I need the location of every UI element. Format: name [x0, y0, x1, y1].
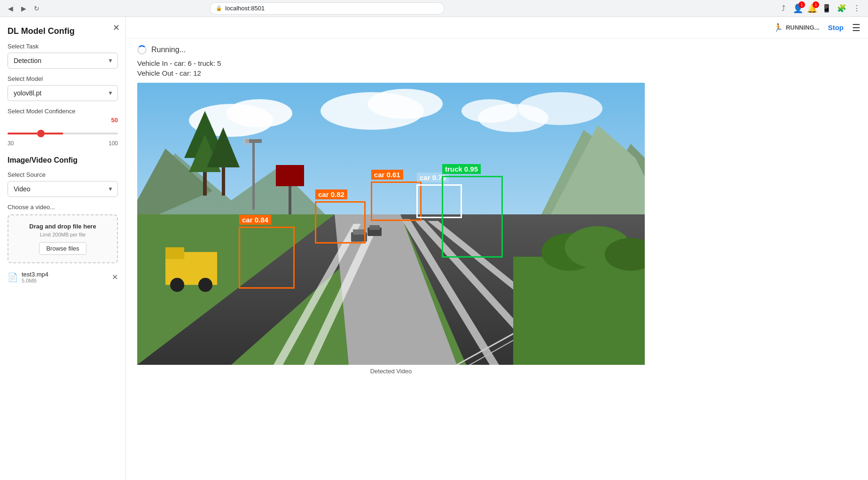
app-header-bar: 🏃 RUNNING... Stop ☰	[126, 17, 868, 39]
file-name: test3.mp4	[22, 271, 108, 278]
svg-point-40	[170, 278, 184, 292]
svg-rect-21	[252, 139, 255, 210]
running-label: RUNNING...	[786, 24, 820, 31]
confidence-slider-container	[8, 128, 118, 136]
select-task-label: Select Task	[8, 43, 118, 50]
confidence-section: Select Model Confidence 50 30 100	[8, 108, 118, 147]
hamburger-menu-button[interactable]: ☰	[852, 22, 860, 33]
choose-video-label: Choose a video...	[8, 204, 118, 211]
upload-drag-label: Drag and drop file here	[16, 223, 109, 230]
image-video-section: Image/Video Config Select Source Video I…	[8, 156, 118, 285]
file-upload-area[interactable]: Drag and drop file here Limit 200MB per …	[8, 214, 118, 263]
model-select-wrapper: yolov8l.pt yolov8s.pt yolov8n.pt yolov8x…	[8, 85, 118, 101]
source-select[interactable]: Video Image Webcam YouTube	[8, 181, 118, 197]
extensions-button[interactable]: 🧩	[836, 3, 847, 14]
notification-badge[interactable]: 🔔1	[807, 3, 817, 14]
lock-icon: 🔒	[216, 5, 222, 11]
running-icon: 🏃	[774, 23, 783, 32]
slider-max: 100	[109, 140, 118, 147]
vehicle-out-stat: Vehicle Out - car: 12	[137, 69, 857, 77]
svg-rect-43	[369, 225, 380, 230]
select-source-label: Select Source	[8, 171, 118, 178]
slider-min: 30	[8, 140, 14, 147]
svg-rect-39	[165, 247, 184, 259]
profile-badge[interactable]: 👤1	[793, 3, 803, 14]
detection-box-truck1: truck 0.95	[442, 176, 503, 258]
svg-point-41	[198, 278, 212, 292]
browser-chrome: ◀ ▶ ↻ 🔒 localhost:8501 ⤴ 👤1 🔔1 📱 🧩 ⋮	[0, 0, 868, 17]
sidebar: ✕ DL Model Config Select Task Detection …	[0, 17, 126, 480]
vehicle-in-stat: Vehicle In - car: 6 - truck: 5	[137, 59, 857, 67]
detection-box-car2: car 0.82	[315, 201, 366, 244]
upload-limit-label: Limit 200MB per file	[16, 232, 109, 237]
confidence-header: Select Model Confidence	[8, 108, 118, 115]
image-video-title: Image/Video Config	[8, 156, 118, 165]
running-text: Running...	[151, 46, 186, 54]
detection-box-car3: car 0.61	[371, 181, 422, 221]
browser-actions: ⤴ 👤1 🔔1 📱 🧩 ⋮	[778, 3, 862, 14]
svg-rect-23	[243, 138, 249, 145]
detection-label-truck1: truck 0.95	[442, 164, 481, 174]
file-remove-button[interactable]: ✕	[112, 273, 118, 282]
detection-label-car3: car 0.61	[371, 170, 403, 180]
detection-label-car2: car 0.82	[315, 189, 347, 199]
loading-spinner	[137, 45, 147, 55]
url-text: localhost:8501	[225, 5, 265, 12]
video-container: car 0.84 car 0.82 car 0.61 car 0.75 truc…	[137, 83, 645, 375]
reload-button[interactable]: ↻	[32, 4, 41, 13]
svg-point-7	[518, 92, 602, 125]
svg-rect-20	[289, 186, 291, 214]
video-frame: car 0.84 car 0.82 car 0.61 car 0.75 truc…	[137, 83, 645, 365]
source-select-wrapper: Video Image Webcam YouTube ▼	[8, 181, 118, 197]
detection-box-car1: car 0.84	[239, 227, 295, 289]
svg-point-4	[368, 89, 443, 119]
file-item: 📄 test3.mp4 5.0MB ✕	[8, 269, 118, 285]
detection-label-car1: car 0.84	[239, 215, 271, 225]
share-button[interactable]: ⤴	[778, 3, 789, 14]
confidence-value: 50	[111, 117, 118, 124]
forward-button[interactable]: ▶	[19, 4, 28, 13]
browse-files-button[interactable]: Browse files	[39, 242, 86, 255]
slider-limits: 30 100	[8, 140, 118, 147]
svg-rect-19	[276, 165, 304, 186]
main-content: 🏃 RUNNING... Stop ☰ Running... Vehicle I…	[126, 17, 868, 480]
road-scene-svg	[137, 83, 645, 365]
svg-point-6	[461, 99, 518, 123]
running-indicator: 🏃 RUNNING...	[774, 23, 820, 32]
running-status-row: Running...	[137, 45, 857, 55]
confidence-slider[interactable]	[8, 133, 118, 134]
address-bar[interactable]: 🔒 localhost:8501	[210, 2, 445, 15]
file-info: test3.mp4 5.0MB	[22, 271, 108, 283]
tablet-button[interactable]: 📱	[821, 3, 832, 14]
app-container: ✕ DL Model Config Select Task Detection …	[0, 17, 868, 480]
task-select[interactable]: Detection Segmentation Classification	[8, 53, 118, 69]
sidebar-close-button[interactable]: ✕	[113, 23, 120, 33]
back-button[interactable]: ◀	[6, 4, 15, 13]
model-select[interactable]: yolov8l.pt yolov8s.pt yolov8n.pt yolov8x…	[8, 85, 118, 101]
dl-model-title: DL Model Config	[8, 26, 118, 36]
confidence-label: Select Model Confidence	[8, 108, 76, 115]
file-size: 5.0MB	[22, 278, 108, 283]
video-caption: Detected Video	[137, 368, 645, 375]
file-icon: 📄	[8, 272, 18, 283]
svg-rect-34	[513, 257, 645, 365]
svg-point-2	[227, 99, 292, 127]
select-model-label: Select Model	[8, 75, 118, 82]
menu-dots-button[interactable]: ⋮	[851, 3, 862, 14]
task-select-wrapper: Detection Segmentation Classification ▼	[8, 53, 118, 69]
svg-rect-17	[222, 167, 225, 196]
stop-button[interactable]: Stop	[824, 22, 847, 33]
